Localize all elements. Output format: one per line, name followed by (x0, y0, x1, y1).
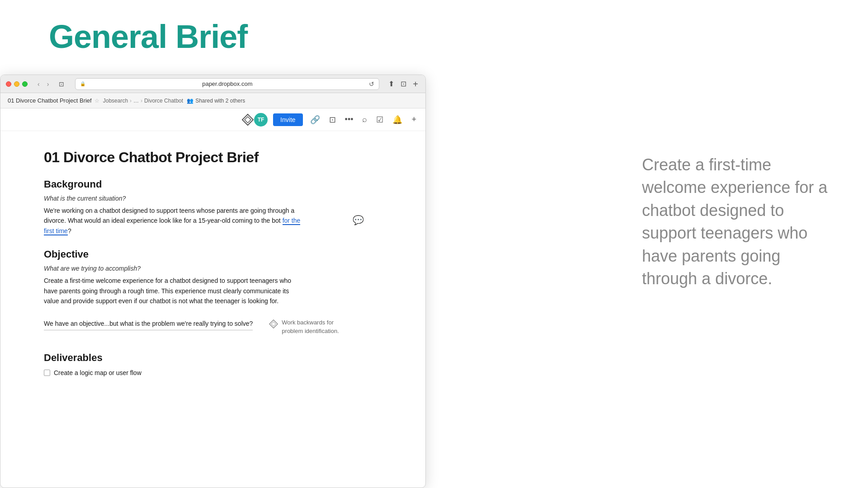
invite-button[interactable]: Invite (273, 113, 302, 126)
star-icon: ☆ (94, 98, 99, 104)
suggestion-text: Work backwards for problem identificatio… (282, 319, 354, 335)
right-panel-text: Create a first-time welcome experience f… (642, 154, 832, 290)
more-options-button[interactable]: ••• (343, 113, 355, 126)
lock-icon: 🔒 (80, 81, 85, 86)
comment-icon[interactable]: 💬 (353, 215, 364, 225)
traffic-lights (6, 81, 28, 87)
close-button[interactable] (6, 81, 11, 87)
svg-marker-3 (271, 322, 276, 326)
breadcrumb-ellipsis: … (133, 98, 139, 104)
tab-bar: 01 Divorce Chatbot Project Brief ☆ Jobse… (0, 93, 425, 108)
checkbox-1[interactable] (44, 370, 50, 376)
background-heading: Background (44, 178, 389, 190)
tab-overview-button[interactable]: ⊡ (55, 80, 68, 89)
inline-suggestion: Work backwards for problem identificatio… (269, 319, 354, 335)
background-body: We're working on a chatbot designed to s… (44, 206, 302, 236)
background-section: Background What is the current situation… (44, 178, 389, 236)
url-text: paper.dropbox.com (87, 80, 367, 87)
shared-label: Shared with 2 others (195, 98, 245, 104)
shared-badge: 👥 Shared with 2 others (187, 98, 245, 104)
background-subheading: What is the current situation? (44, 195, 389, 202)
suggestion-diamond-icon (269, 319, 278, 328)
objective-subheading: What are we trying to accomplish? (44, 265, 389, 272)
deliverable-text-1: Create a logic map or user flow (54, 369, 142, 376)
document-tab: 01 Divorce Chatbot Project Brief ☆ (8, 97, 99, 104)
tab-title: 01 Divorce Chatbot Project Brief (8, 97, 92, 104)
breadcrumb-sep1: › (130, 98, 132, 104)
svg-marker-2 (269, 320, 278, 328)
forward-button[interactable]: › (44, 80, 52, 89)
browser-chrome: ‹ › ⊡ 🔒 paper.dropbox.com ↺ ⬆ ⊡ + (0, 75, 425, 93)
deliverables-heading: Deliverables (44, 352, 389, 364)
objective-section: Objective What are we trying to accompli… (44, 249, 389, 306)
problem-question-text: We have an objective...but what is the p… (44, 319, 253, 330)
toolbar: TF Invite 🔗 ⊡ ••• ⌕ ☑ 🔔 + (0, 108, 425, 131)
address-bar[interactable]: 🔒 paper.dropbox.com ↺ (75, 78, 379, 90)
pip-button[interactable]: ⊡ (399, 79, 408, 89)
user-avatar: TF (254, 113, 268, 127)
new-tab-button[interactable]: + (411, 80, 420, 89)
breadcrumb-part2: Divorce Chatbot (144, 98, 183, 104)
breadcrumb: Jobsearch › … › Divorce Chatbot (103, 98, 183, 104)
share-button[interactable]: ⬆ (387, 79, 396, 89)
avatar-cluster: TF (241, 113, 268, 127)
add-button[interactable]: + (410, 113, 418, 126)
maximize-button[interactable] (22, 81, 28, 87)
background-body-text2: ? (68, 227, 71, 235)
minimize-button[interactable] (14, 81, 19, 87)
right-panel: Create a first-time welcome experience f… (642, 154, 832, 290)
search-button[interactable]: ⌕ (360, 113, 369, 126)
nav-buttons: ‹ › (35, 80, 52, 89)
browser-actions: ⬆ ⊡ + (387, 79, 420, 89)
objective-body: Create a first-time welcome experience f… (44, 276, 302, 306)
diamond-avatar[interactable] (241, 113, 254, 126)
page-title-area: General Brief (49, 18, 247, 55)
notifications-button[interactable]: 🔔 (391, 113, 404, 127)
deliverable-item-1: Create a logic map or user flow (44, 369, 389, 376)
problem-question-section: We have an objective...but what is the p… (44, 319, 389, 339)
back-button[interactable]: ‹ (35, 80, 42, 89)
browser-window: ‹ › ⊡ 🔒 paper.dropbox.com ↺ ⬆ ⊡ + 01 Div… (0, 75, 426, 488)
deliverables-section: Deliverables Create a logic map or user … (44, 352, 389, 376)
svg-marker-0 (242, 114, 253, 125)
people-icon: 👥 (187, 98, 193, 104)
view-mode-button[interactable]: ⊡ (327, 113, 338, 127)
reload-button[interactable]: ↺ (369, 80, 374, 88)
breadcrumb-part1: Jobsearch (103, 98, 128, 104)
page-title: General Brief (49, 18, 247, 55)
background-body-text1: We're working on a chatbot designed to s… (44, 207, 294, 224)
document-title: 01 Divorce Chatbot Project Brief (44, 149, 389, 166)
breadcrumb-sep2: › (141, 98, 142, 104)
doc-content: 01 Divorce Chatbot Project Brief Backgro… (0, 131, 425, 488)
checklist-button[interactable]: ☑ (374, 113, 385, 127)
link-button[interactable]: 🔗 (308, 113, 322, 127)
objective-heading: Objective (44, 249, 389, 260)
svg-marker-1 (245, 117, 251, 123)
toolbar-right: TF Invite 🔗 ⊡ ••• ⌕ ☑ 🔔 + (241, 113, 418, 127)
